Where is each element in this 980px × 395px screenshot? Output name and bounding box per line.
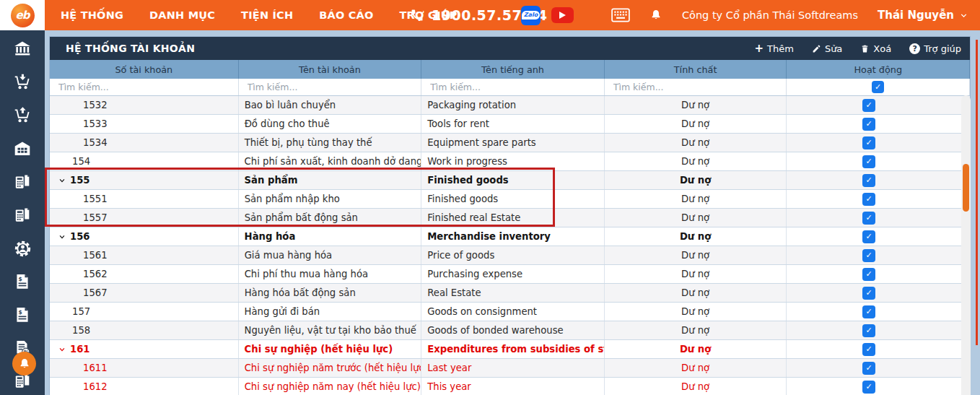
column-header-0[interactable]: Số tài khoản (50, 60, 239, 79)
cell-account-name: Sản phẩm (239, 171, 422, 189)
vertical-scrollbar-track[interactable] (961, 95, 971, 395)
sidebar-item-bank[interactable] (13, 40, 32, 58)
add-button[interactable]: +Thêm (754, 43, 793, 54)
active-checkbox[interactable]: ✓ (862, 118, 875, 131)
table-row-1551[interactable]: 1551Sản phẩm nhập khoFinished goodsDư nợ… (50, 190, 970, 209)
app-logo[interactable]: eb (0, 0, 45, 30)
add-button-label: Thêm (767, 43, 794, 54)
active-checkbox[interactable]: ✓ (862, 287, 875, 300)
sidebar-item-sales-cart[interactable] (13, 106, 32, 125)
search-input-0[interactable] (50, 82, 238, 92)
search-input-1[interactable] (239, 82, 421, 92)
menu-item-0[interactable]: HỆ THỐNG (61, 9, 123, 21)
bell-icon[interactable] (649, 9, 662, 22)
edit-button[interactable]: Sửa (812, 43, 842, 54)
active-checkbox[interactable]: ✓ (862, 268, 875, 281)
active-checkbox[interactable]: ✓ (862, 230, 875, 243)
column-header-4[interactable]: Hoạt động (787, 60, 970, 79)
panel-header: HỆ THỐNG TÀI KHOẢN +ThêmSửaXoá?Trợ giúp (50, 37, 970, 60)
active-checkbox[interactable]: ✓ (862, 381, 875, 394)
company-name: Công ty Cổ phần Thái Softdreams (682, 9, 858, 21)
table-row-155[interactable]: 155Sản phẩmFinished goodsDư nợ✓ (50, 171, 970, 190)
cell-nature: Dư nợ (605, 152, 787, 170)
pencil-icon (812, 44, 821, 53)
search-input-2[interactable] (421, 82, 604, 92)
vertical-scrollbar-thumb[interactable] (963, 164, 969, 212)
table-row-1532[interactable]: 1532Bao bì luân chuyểnPackaging rotation… (50, 96, 970, 115)
chevron-down-icon[interactable] (58, 177, 66, 184)
youtube-icon[interactable] (551, 7, 574, 23)
sidebar-item-settings-user[interactable] (13, 239, 32, 258)
column-header-3[interactable]: Tính chất (605, 60, 787, 79)
sidebar-item-calculator-doc-1[interactable] (13, 173, 32, 191)
table-row-1533[interactable]: 1533Đồ dùng cho thuêTools for rentDư nợ✓ (50, 115, 970, 134)
table-row-1562[interactable]: 1562Chi phí thu mua hàng hóaPurchasing e… (50, 265, 970, 284)
table-row-161[interactable]: 161Chi sự nghiệp (hết hiệu lực)Expenditu… (50, 340, 970, 359)
keyboard-icon[interactable] (611, 8, 630, 22)
help-button-label: Trợ giúp (924, 43, 961, 54)
active-checkbox[interactable]: ✓ (862, 193, 875, 206)
cell-account-code: 1533 (50, 115, 239, 133)
menu-item-2[interactable]: TIỆN ÍCH (241, 9, 293, 21)
menu-item-1[interactable]: DANH MỤC (149, 9, 215, 21)
table-row-1557[interactable]: 1557Sản phẩm bất động sảnFinished real E… (50, 209, 970, 227)
topbar: eb HỆ THỐNGDANH MỤCTIỆN ÍCHBÁO CÁOTRỢ GI… (0, 0, 980, 30)
cell-english-name: Price of goods (421, 246, 605, 264)
table-row-1534[interactable]: 1534Thiết bị, phụ tùng thay thếEquipment… (50, 134, 970, 152)
cell-nature: Dư nợ (605, 190, 787, 208)
menu-item-3[interactable]: BÁO CÁO (319, 9, 373, 21)
search-cell-3 (605, 79, 787, 95)
cell-active: ✓ (787, 134, 970, 152)
active-checkbox[interactable]: ✓ (862, 174, 875, 187)
active-checkbox[interactable]: ✓ (862, 212, 875, 225)
chevron-down-icon[interactable] (58, 233, 66, 240)
column-header-2[interactable]: Tên tiếng anh (421, 60, 605, 79)
plus-icon: + (754, 43, 764, 54)
account-code: 1534 (83, 137, 108, 148)
active-checkbox[interactable]: ✓ (862, 99, 875, 112)
table-row-154[interactable]: 154Chi phí sản xuất, kinh doanh dở dangW… (50, 152, 970, 171)
sidebar-item-invoice-1[interactable]: $ (13, 272, 32, 291)
table-row-1567[interactable]: 1567Hàng hóa bất động sảnReal EstateDư n… (50, 284, 970, 303)
sidebar-item-calculator-doc-2[interactable] (13, 206, 32, 225)
active-checkbox[interactable]: ✓ (862, 324, 875, 337)
cell-active: ✓ (787, 303, 970, 321)
cart-out-icon (13, 106, 32, 125)
notification-bell-button[interactable] (12, 352, 36, 376)
cell-account-code: 1551 (50, 190, 239, 208)
cell-account-code: 1534 (50, 134, 239, 152)
search-cell-active: ✓ (787, 79, 970, 95)
cell-account-code: 161 (50, 340, 239, 358)
cell-active: ✓ (787, 190, 970, 208)
zalo-icon[interactable]: Zalo (521, 6, 541, 25)
account-code: 157 (72, 306, 90, 317)
table-row-1612[interactable]: 1612Chi sự nghiệp năm nay (hết hiệu lực)… (50, 378, 970, 395)
delete-button[interactable]: Xoá (860, 43, 891, 54)
help-button[interactable]: ?Trợ giúp (909, 43, 961, 54)
active-checkbox[interactable]: ✓ (862, 343, 875, 356)
active-checkbox[interactable]: ✓ (862, 249, 875, 262)
sidebar-item-purchase-cart[interactable] (13, 73, 32, 92)
sidebar-item-warehouse[interactable] (13, 139, 32, 158)
table-row-158[interactable]: 158Nguyên liệu, vật tư tại kho bảo thuếG… (50, 321, 970, 340)
active-checkbox[interactable]: ✓ (862, 155, 875, 168)
table-row-1561[interactable]: 1561Giá mua hàng hóaPrice of goodsDư nợ✓ (50, 246, 970, 265)
user-menu[interactable]: Thái Nguyễn (878, 9, 968, 22)
cell-english-name: Finished real Estate (421, 209, 605, 227)
active-checkbox[interactable]: ✓ (862, 136, 875, 149)
table-row-157[interactable]: 157Hàng gửi đi bánGoods on consignmentDư… (50, 303, 970, 321)
cell-english-name: Goods on consignment (421, 303, 605, 321)
active-checkbox[interactable]: ✓ (862, 305, 875, 318)
search-input-3[interactable] (605, 82, 787, 92)
active-checkbox[interactable]: ✓ (862, 362, 875, 375)
column-header-1[interactable]: Tên tài khoản (239, 60, 422, 79)
table-row-156[interactable]: 156Hàng hóaMerchandise inventoryDư nợ✓ (50, 227, 970, 246)
table-row-1611[interactable]: 1611Chi sự nghiệp năm trước (hết hiệu lự… (50, 359, 970, 378)
sidebar-item-invoice-2[interactable]: $ (13, 305, 32, 324)
cell-account-code: 1557 (50, 209, 239, 227)
question-icon: ? (909, 43, 920, 54)
active-checkbox[interactable]: ✓ (872, 81, 884, 93)
cell-english-name: This year (421, 378, 605, 395)
chevron-down-icon[interactable] (58, 346, 66, 353)
table-body: 1532Bao bì luân chuyểnPackaging rotation… (50, 96, 970, 395)
